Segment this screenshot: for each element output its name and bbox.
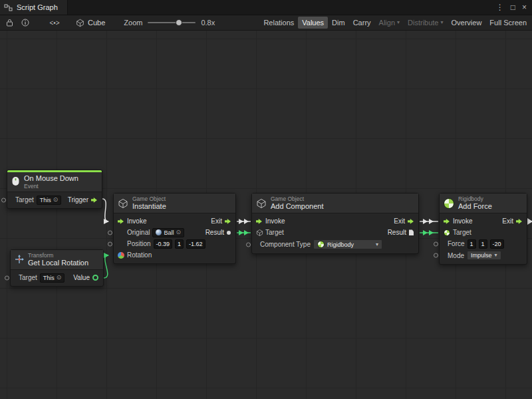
node-header: Game Object Add Component [252, 194, 418, 213]
ball-object-chip[interactable]: Ball ⊙ [152, 228, 184, 237]
force-mode-dropdown[interactable]: Impulse ▾ [467, 251, 501, 260]
info-icon[interactable] [19, 16, 32, 29]
node-category: Rigidbody [458, 196, 492, 202]
node-row: Invoke Exit [114, 215, 235, 227]
gameobject-type-icon[interactable] [256, 229, 263, 236]
node-header: On Mouse Down Event [7, 172, 102, 192]
zoom-slider[interactable] [148, 22, 196, 23]
target-input-port[interactable] [1, 198, 6, 202]
node-row: Target This ⊙ Value [11, 272, 103, 283]
node-category: Game Object [271, 196, 324, 202]
node-row: Force 1 1 -20 [440, 238, 527, 249]
object-picker-icon: ⊙ [57, 275, 62, 281]
exit-output-port[interactable] [225, 218, 231, 224]
node-row: Target [440, 227, 527, 238]
rigidbody-type-icon[interactable] [444, 229, 450, 236]
dropdown-caret-icon: ▾ [376, 242, 378, 247]
node-row: Invoke Exit [252, 215, 418, 227]
force-z-field[interactable]: -20 [490, 239, 504, 249]
toolbar-button-values[interactable]: Values [298, 17, 328, 29]
ports-icon[interactable]: <•> [48, 16, 61, 29]
cube-icon [76, 19, 84, 27]
rotation-input-port[interactable] [118, 252, 124, 259]
script-graph-icon [4, 3, 13, 12]
dropdown-caret-icon: ▾ [495, 253, 497, 258]
rigidbody-icon [317, 241, 325, 248]
component-type-input-port[interactable] [246, 242, 251, 247]
ball-icon [156, 229, 162, 235]
rigidbody-icon [444, 198, 454, 209]
node-row: Target Result [252, 227, 418, 238]
node-header: Game Object Instantiate [114, 194, 235, 213]
exit-output-port[interactable] [516, 218, 522, 224]
dropdown-caret-icon: ▾ [397, 20, 400, 25]
mouse-icon [11, 176, 20, 188]
node-get-local-rotation[interactable]: Transform Get Local Rotation Target This… [10, 249, 104, 287]
target-input-port[interactable] [5, 275, 9, 280]
invoke-input-port[interactable] [118, 218, 124, 224]
component-type-dropdown[interactable]: Rigidbody ▾ [313, 239, 382, 249]
title-bar: Script Graph ⋮ □ × [0, 0, 532, 15]
tab-script-graph[interactable]: Script Graph [0, 0, 68, 15]
force-y-field[interactable]: 1 [479, 239, 487, 249]
result-output-port[interactable] [409, 229, 414, 235]
toolbar-button-relations[interactable]: Relations [259, 17, 298, 29]
value-output-port[interactable] [92, 275, 98, 281]
node-on-mouse-down[interactable]: On Mouse Down Event Target This ⊙ Trigge… [7, 170, 102, 209]
force-x-field[interactable]: 1 [467, 239, 476, 249]
node-header: Rigidbody Add Force [440, 194, 527, 213]
force-input-port[interactable] [434, 241, 438, 246]
node-title: Instantiate [132, 202, 166, 211]
toolbar-button-carry[interactable]: Carry [349, 17, 375, 29]
node-title: Add Component [271, 202, 324, 211]
node-category: Transform [28, 252, 88, 259]
zoom-value: 0.8x [201, 19, 215, 27]
position-input-port[interactable] [108, 241, 112, 246]
position-y-field[interactable]: 1 [175, 239, 184, 249]
node-title: On Mouse Down [24, 174, 78, 183]
this-object-chip[interactable]: This ⊙ [40, 273, 65, 283]
transform-icon [15, 255, 24, 265]
invoke-input-port[interactable] [256, 218, 262, 224]
node-row: Rotation [114, 249, 235, 261]
original-input-port[interactable] [108, 230, 112, 235]
lock-icon[interactable] [3, 16, 16, 29]
close-icon[interactable]: × [522, 3, 527, 12]
node-instantiate[interactable]: Game Object Instantiate Invoke Exit Orig… [113, 193, 236, 264]
tab-title: Script Graph [17, 3, 58, 11]
toolbar-button-distribute[interactable]: Distribute ▾ [404, 17, 447, 29]
toolbar-button-fullscreen[interactable]: Full Screen [485, 17, 531, 29]
toolbar-button-dim[interactable]: Dim [328, 17, 349, 29]
graph-toolbar: <•> Cube Zoom 0.8x Relations [0, 15, 532, 31]
mode-input-port[interactable] [434, 253, 438, 258]
toolbar-button-align[interactable]: Align ▾ [375, 17, 404, 29]
node-row: Mode Impulse ▾ [440, 249, 527, 261]
node-row: Invoke Exit [440, 215, 527, 227]
node-row: Original Ball ⊙ Result [114, 227, 235, 238]
position-z-field[interactable]: -1.62 [186, 239, 205, 249]
window-menu-icon[interactable]: ⋮ [496, 3, 504, 12]
result-output-port[interactable] [227, 231, 231, 235]
node-add-component[interactable]: Game Object Add Component Invoke Exit [251, 193, 419, 254]
position-x-field[interactable]: -0.39 [154, 239, 173, 249]
node-title: Get Local Rotation [28, 259, 88, 267]
invoke-input-port[interactable] [444, 218, 450, 224]
graph-target-label: Cube [88, 19, 105, 27]
cube-icon [256, 198, 267, 209]
script-graph-window: Script Graph ⋮ □ × <•> [0, 0, 532, 399]
dropdown-caret-icon: ▾ [441, 20, 444, 25]
toolbar-button-overview[interactable]: Overview [448, 17, 486, 29]
object-picker-icon: ⊙ [176, 229, 181, 235]
graph-target-button[interactable]: Cube [72, 17, 109, 29]
node-row: Position -0.39 1 -1.62 [114, 238, 235, 249]
node-add-force[interactable]: Rigidbody Add Force Invoke Exit Target F… [439, 193, 527, 265]
exit-output-port[interactable] [408, 218, 414, 224]
node-category: Game Object [132, 196, 166, 202]
node-title: Add Force [458, 202, 492, 211]
zoom-slider-knob[interactable] [176, 19, 182, 26]
node-row: Target This ⊙ Trigger [7, 194, 102, 205]
node-subtitle: Event [24, 183, 78, 190]
this-object-chip[interactable]: This ⊙ [37, 196, 62, 205]
maximize-icon[interactable]: □ [511, 3, 515, 12]
trigger-output-port[interactable] [91, 197, 97, 203]
